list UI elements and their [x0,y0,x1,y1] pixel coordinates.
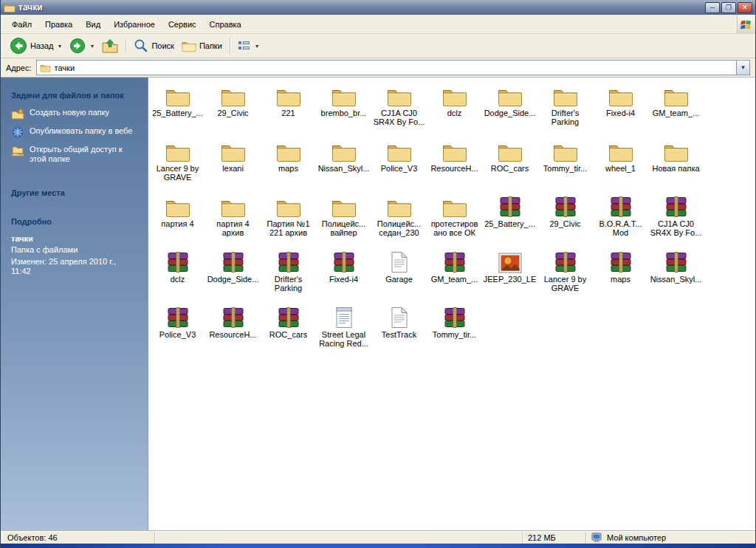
file-item[interactable]: 25_Battery_... [482,193,537,248]
file-item[interactable]: CJ1A CJ0 SR4X By Fo... [648,193,704,248]
file-label: Dodge_Side... [484,109,536,117]
file-item[interactable]: Полицейс... седан_230 [371,193,427,248]
folders-label: Папки [199,41,222,50]
file-item[interactable]: maps [593,248,648,304]
file-label: 29_Civic [217,109,248,117]
minimize-button[interactable]: ─ [705,2,720,13]
file-item[interactable]: B.O.R.A.T... Mod [593,193,648,248]
file-item[interactable]: Lancer 9 by GRAVE [150,137,205,193]
menu-item[interactable]: Правка [38,17,79,32]
file-item[interactable]: 25_Battery_... [150,82,205,137]
file-item[interactable]: dclz [150,248,205,304]
task-item[interactable]: Открыть общий доступ к этой папке [11,145,137,164]
views-dropdown-icon: ▼ [255,44,260,49]
file-item[interactable]: wheel_1 [593,137,648,193]
file-item[interactable]: Nissan_Skyl... [648,248,704,304]
folder-icon [165,83,190,107]
rar-icon [278,305,300,329]
file-item[interactable]: Tommy_tir... [427,304,482,359]
file-item[interactable]: Tommy_tir... [537,137,593,193]
file-item[interactable]: maps [261,137,316,193]
details-folder-name: тачки [11,234,137,243]
details-header[interactable]: Подробно [11,217,137,226]
file-item[interactable]: 29_Civic [537,193,593,248]
toolbar-separator [126,38,126,54]
file-item[interactable]: Nissan_Skyl... [316,137,371,193]
file-item[interactable]: Drifter's Parking [261,248,316,304]
other-places-header[interactable]: Другие места [11,188,137,197]
address-input[interactable]: тачки ▼ [36,60,750,75]
status-object-count: Объектов: 46 [1,532,154,544]
menu-item[interactable]: Справка [203,17,248,32]
task-item[interactable]: Создать новую папку [11,108,137,120]
file-item[interactable]: Fixed-i4 [593,82,648,137]
folder-icon [442,139,467,162]
file-item[interactable]: Новая папка [648,137,704,193]
views-button[interactable]: ▼ [234,38,264,53]
rar-icon [167,305,189,329]
file-item[interactable]: ResourceH... [205,304,261,359]
file-item[interactable]: GM_team_... [648,82,704,137]
file-item[interactable]: dclz [427,82,482,137]
file-item[interactable]: Drifter's Parking [537,82,593,137]
status-location-label: Мой компьютер [607,533,666,542]
folder-icon [608,139,633,162]
file-label: Полицейс... вайпер [317,219,371,237]
file-item[interactable]: Dodge_Side... [482,82,537,137]
menu-item[interactable]: Файл [5,17,38,32]
taskbar-strip[interactable] [1,544,755,548]
file-item[interactable]: ResourceH... [427,137,482,193]
file-item[interactable]: протестиров ано все ОК [427,193,482,248]
search-button[interactable]: Поиск [130,37,177,55]
toolbar: Назад ▼ ▼ Поиск Папки ▼ [1,34,755,58]
up-button[interactable] [98,37,122,55]
task-item[interactable]: Опубликовать папку в вебе [11,126,137,138]
back-button[interactable]: Назад ▼ [6,35,66,56]
file-item[interactable]: Police_V3 [371,137,427,193]
folder-icon [276,194,301,218]
file-item[interactable]: 221 [261,82,316,137]
file-item[interactable]: Street Legal Racing Red... [316,304,371,359]
file-label: Drifter's Parking [262,275,315,292]
folder-icon [442,194,467,218]
file-item[interactable]: GM_team_... [427,248,482,304]
rar-icon [499,194,521,218]
folders-button[interactable]: Папки [178,38,226,54]
search-icon [134,38,148,53]
file-item[interactable]: CJ1A CJ0 SR4X By Fo... [371,82,427,137]
close-button[interactable]: ✕ [738,2,752,13]
folder-icon [498,139,523,162]
file-item[interactable]: партия 4 [150,193,205,248]
rar-icon [333,250,355,273]
forward-button[interactable]: ▼ [66,36,98,55]
file-item[interactable]: brembo_br... [316,82,371,137]
folder-icon [664,139,689,162]
menu-item[interactable]: Вид [79,17,107,32]
file-item[interactable]: ROC_cars [261,304,316,359]
file-label: maps [611,275,630,284]
file-item[interactable]: 29_Civic [205,82,261,137]
file-item[interactable]: Garage [371,248,427,304]
file-item[interactable]: Полицейс... вайпер [316,193,371,248]
address-dropdown-icon[interactable]: ▼ [736,61,749,75]
menu-item[interactable]: Избранное [107,17,162,32]
file-item[interactable]: ROC_cars [482,137,537,193]
file-item[interactable]: Партия №1 221 архив [261,193,316,248]
file-item[interactable]: партия 4 архив [205,193,261,248]
status-spacer [154,532,522,544]
maximize-button[interactable]: ❐ [721,2,736,13]
file-item[interactable]: Fixed-i4 [316,248,371,304]
file-item[interactable]: Dodge_Side... [205,248,261,304]
rar-icon [222,250,244,273]
file-item[interactable]: Lancer 9 by GRAVE [537,248,593,304]
file-item[interactable]: Police_V3 [150,304,205,359]
address-folder-icon [40,64,51,72]
views-icon [238,40,251,52]
file-label: Tommy_tir... [433,330,476,339]
menu-item[interactable]: Сервис [162,17,203,32]
rar-icon [222,305,244,329]
file-item[interactable]: TestTrack [371,304,427,359]
file-label: Police_V3 [381,164,418,173]
file-item[interactable]: lexani [205,137,261,193]
file-item[interactable]: JEEP_230_LE [482,248,537,304]
